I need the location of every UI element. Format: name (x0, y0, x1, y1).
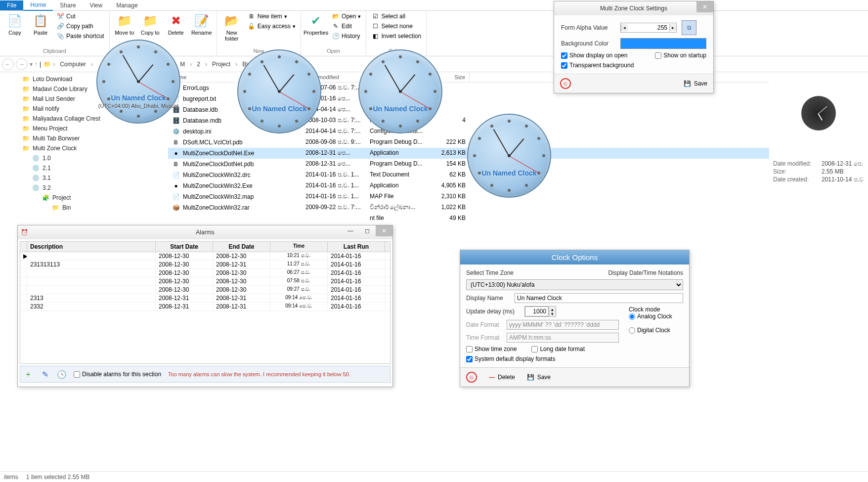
alarm-row[interactable]: 2008-12-302008-12-3007:58 ප.ව.2014-01-16 (20, 277, 390, 286)
delay-down[interactable]: ▾ (549, 311, 556, 316)
settings-close-button[interactable]: ✕ (696, 1, 713, 12)
alarm-row[interactable]: 23322008-12-312008-12-3109:14 පෙ.ව.2014-… (20, 303, 390, 311)
file-row[interactable]: nt file49 KB (168, 213, 769, 224)
file-row[interactable]: 📦MultiZoneClockWin32.rar2009-09-22 ප.ව. … (168, 202, 769, 213)
tree-version[interactable]: 💿2.1 (2, 163, 166, 173)
delay-label: Update delay (ms) (466, 308, 521, 315)
rename-button[interactable]: 📝Rename (190, 12, 214, 37)
sys-default-checkbox[interactable]: System default display formats (466, 355, 683, 362)
show-on-open-checkbox[interactable]: Show display on open (561, 52, 627, 59)
alarm-add-button[interactable]: ＋ (23, 369, 33, 379)
settings-gadget-icon[interactable]: ⧉ (682, 20, 696, 35)
notations-link[interactable]: Display Date/Time Notations (608, 269, 683, 276)
analog-radio[interactable]: Analog Clock (629, 313, 683, 320)
crumb-project[interactable]: Project (209, 60, 233, 69)
alarms-maximize-button[interactable]: ◻ (359, 225, 376, 236)
tab-share[interactable]: Share (53, 0, 83, 10)
timezone-select[interactable]: (UTC+13:00) Nuku'alofa (466, 279, 683, 290)
alarms-header-start[interactable]: Start Date (156, 242, 213, 252)
alarm-row[interactable]: 2008-12-302008-12-3009:27 ප.ව.2014-01-16 (20, 286, 390, 294)
paste-button[interactable]: 📋Paste (29, 12, 52, 37)
clock-widget-1[interactable]: Un Named Clock (UTC+04:00) Abu_Dhabi, Mu… (96, 40, 180, 124)
clock-options-window: Clock Options Sellect Time Zone Display … (460, 250, 690, 387)
delete-button[interactable]: ✖Delete (164, 12, 188, 37)
select-none-button[interactable]: ☐Select none (369, 22, 423, 31)
show-on-startup-checkbox[interactable]: Show on startup (655, 52, 706, 59)
clock-options-delete-button[interactable]: —Delete (489, 374, 515, 381)
nav-forward-button[interactable]: → (16, 58, 28, 70)
clock-widget-4[interactable]: Un Named Clock (467, 114, 551, 198)
clock-widget-2[interactable]: Un Named Clock (237, 49, 321, 133)
history-button[interactable]: 🕑History (330, 32, 363, 41)
alarm-row[interactable]: 23132008-12-312008-12-3109:14 පෙ.ව.2014-… (20, 294, 390, 303)
tab-view[interactable]: View (83, 0, 109, 10)
cut-button[interactable]: ✂️Cut (54, 12, 106, 21)
tree-version[interactable]: 💿3.1 (2, 173, 166, 183)
nav-back-button[interactable]: ← (2, 58, 14, 70)
tree-item[interactable]: 📁Multi Tab Borwser (2, 133, 166, 143)
alarms-header-description[interactable]: Description (27, 242, 156, 252)
alarm-row[interactable]: 2313131132008-12-302008-12-3111:27 ප.ව.2… (20, 261, 390, 269)
move-to-button[interactable]: 📁Move to (113, 12, 136, 37)
open-button[interactable]: 📂Open ▾ (330, 12, 363, 21)
display-name-input[interactable] (515, 293, 683, 303)
properties-button[interactable]: ✔Properties (304, 12, 328, 37)
easy-access-button[interactable]: 🔓Easy access ▾ (246, 22, 298, 31)
alpha-decrement[interactable]: ◂ (621, 24, 628, 31)
clock-options-save-button[interactable]: 💾Save (527, 374, 551, 381)
folder-icon: 📁 (22, 115, 30, 123)
display-name-label: Display Name (466, 295, 511, 302)
preview-date-created-label: Date created: (773, 176, 818, 183)
alarms-header-time[interactable]: Time (270, 242, 328, 252)
new-folder-button[interactable]: 📂New folder (220, 12, 244, 43)
alarm-row[interactable]: 2008-12-302008-12-3006:27 ප.ව.2014-01-16 (20, 269, 390, 277)
alarm-row[interactable]: ▶2008-12-302008-12-3010:21 ප.ව.2014-01-1… (20, 252, 390, 261)
tab-file[interactable]: File (0, 0, 23, 10)
transparent-bg-checkbox[interactable]: Transparent background (561, 62, 706, 69)
settings-save-button[interactable]: 💾Save (684, 80, 707, 87)
copy-to-button[interactable]: 📁Copy to (138, 12, 162, 37)
long-date-checkbox[interactable]: Long date format (531, 346, 585, 352)
file-row[interactable]: ●MultiZoneClockWin32.Exe2014-01-16 ප.ව. … (168, 180, 769, 191)
tree-item[interactable]: 📁Multi Zone Clock (2, 143, 166, 153)
file-row[interactable]: 📄MultiZoneClockWin32.map2014-01-16 ප.ව. … (168, 191, 769, 202)
crumb-2[interactable]: 2 (194, 60, 203, 69)
tab-home[interactable]: Home (23, 0, 53, 11)
clock-widget-3[interactable]: Un Named Clock (358, 49, 442, 133)
disable-alarms-checkbox[interactable]: Disable alarms for this section (74, 371, 161, 378)
alpha-spinner[interactable]: ◂ ▸ (620, 23, 677, 33)
tree-project[interactable]: 🧩Project (2, 193, 166, 203)
tree-version[interactable]: 💿1.0 (2, 153, 166, 163)
alarms-header-lastrun[interactable]: Last Run (328, 242, 385, 252)
alpha-increment[interactable]: ▸ (669, 24, 676, 31)
digital-radio[interactable]: Digital Clock (629, 327, 683, 334)
clock-options-cancel-button[interactable]: ⦸ (466, 372, 477, 383)
select-all-button[interactable]: ☑Select all (369, 12, 423, 21)
settings-cancel-button[interactable]: ⦸ (560, 78, 571, 89)
clock-mode-label: Clock mode (629, 306, 683, 313)
delay-spinner[interactable]: ▴▾ (524, 306, 556, 317)
new-item-button[interactable]: 🗎New item ▾ (246, 12, 298, 21)
alarm-schedule-button[interactable]: 🕓 (57, 369, 67, 379)
delay-input[interactable] (525, 307, 549, 316)
alarms-close-button[interactable]: ✕ (376, 225, 392, 236)
alarm-edit-button[interactable]: ✎ (40, 369, 50, 379)
file-icon: 📄 (172, 171, 180, 179)
tree-bin[interactable]: 📁Bin (2, 203, 166, 213)
copy-path-button[interactable]: 🔗Copy path (54, 22, 106, 31)
copy-button[interactable]: 📄Copy (3, 12, 27, 37)
crumb-m[interactable]: M (177, 60, 188, 69)
tree-version[interactable]: 💿3.2 (2, 183, 166, 193)
bgcolor-picker[interactable] (620, 38, 706, 49)
invert-selection-button[interactable]: ◧Invert selection (369, 32, 423, 41)
crumb-computer[interactable]: Computer (57, 60, 89, 69)
tab-manage[interactable]: Manage (109, 0, 144, 10)
edit-button[interactable]: ✎Edit (330, 22, 363, 31)
file-icon: 📦 (172, 204, 180, 212)
alarms-minimize-button[interactable]: — (342, 225, 359, 236)
paste-shortcut-button[interactable]: 📎Paste shortcut (54, 32, 106, 41)
alpha-input[interactable] (628, 23, 669, 32)
tree-item[interactable]: 📁Menu Project (2, 124, 166, 133)
alarms-header-end[interactable]: End Date (213, 242, 270, 252)
show-timezone-checkbox[interactable]: Show time zone (466, 346, 517, 352)
